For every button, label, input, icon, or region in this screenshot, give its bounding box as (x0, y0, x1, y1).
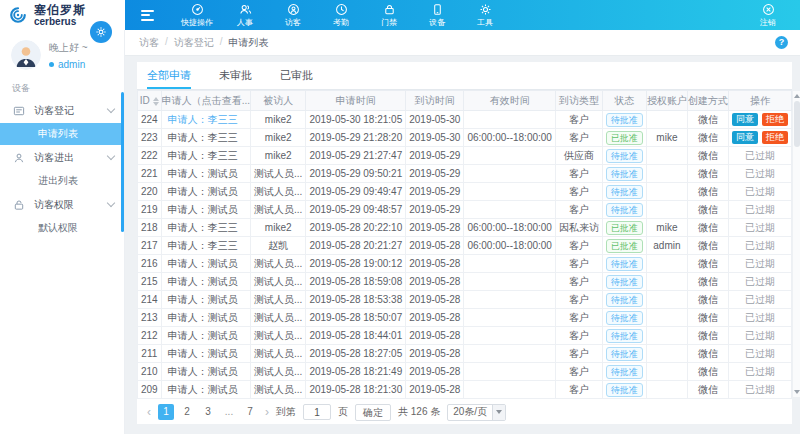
nav-item-hr[interactable]: 人事 (221, 0, 269, 30)
cell-applicant[interactable]: 申请人：测试员 (161, 345, 250, 363)
sidebar-item-visitor-permission[interactable]: 访客权限 (0, 194, 124, 215)
cell-apply-time: 2019-05-29 21:27:47 (306, 147, 406, 165)
menu-collapse-icon[interactable] (141, 10, 154, 21)
cell-valid-time (464, 165, 556, 183)
cell-applicant[interactable]: 申请人：测试员 (161, 291, 250, 309)
cell-applicant[interactable]: 申请人：测试员 (161, 363, 250, 381)
cell-applicant[interactable]: 申请人：测试员 (161, 201, 250, 219)
cell-applicant[interactable]: 申请人：李三三 (161, 111, 250, 129)
cell-visitee: mike2 (251, 129, 306, 147)
cell-visitee: mike2 (251, 147, 306, 165)
cell-auth-account (646, 165, 687, 183)
cell-applicant[interactable]: 申请人：李三三 (161, 147, 250, 165)
cell-applicant[interactable]: 申请人：测试员 (161, 309, 250, 327)
column-header-label: 到访时间 (415, 95, 455, 106)
cell-apply-time: 2019-05-30 18:21:05 (306, 111, 406, 129)
cell-status: 待批准 (602, 345, 646, 363)
table-scrollbar[interactable] (792, 90, 800, 398)
sidebar-item-visitor-register[interactable]: 访客登记 (0, 100, 124, 121)
chevron-down-icon (107, 105, 115, 113)
cell-applicant[interactable]: 申请人：李三三 (161, 219, 250, 237)
cell-auth-account: mike (646, 129, 687, 147)
sort-icon[interactable] (153, 97, 159, 106)
sidebar-subitem-default-permission[interactable]: 默认权限 (0, 217, 124, 239)
scroll-down-icon[interactable] (794, 390, 800, 394)
nav-item-tools[interactable]: 工具 (461, 0, 509, 30)
cell-status: 待批准 (602, 291, 646, 309)
page-button-3[interactable]: 3 (200, 404, 216, 420)
scrollbar-thumb[interactable] (794, 101, 800, 147)
cell-applicant[interactable]: 申请人：测试员 (161, 165, 250, 183)
cell-applicant[interactable]: 申请人：李三三 (161, 237, 250, 255)
cell-applicant[interactable]: 申请人：测试员 (161, 183, 250, 201)
help-icon[interactable]: ? (775, 36, 788, 49)
cell-applicant[interactable]: 申请人：李三三 (161, 129, 250, 147)
cell-action: 已过期 (728, 237, 791, 255)
confirm-button[interactable]: 确定 (355, 404, 391, 421)
page-button-1[interactable]: 1 (158, 404, 174, 420)
cell-id: 212 (138, 327, 162, 345)
column-header-0[interactable]: ID (138, 91, 162, 111)
expired-label: 已过期 (745, 384, 775, 395)
page-button-2[interactable]: 2 (179, 404, 195, 420)
cell-id: 216 (138, 255, 162, 273)
page-size-select[interactable]: 20条/页 (447, 404, 506, 421)
cell-applicant[interactable]: 申请人：测试员 (161, 381, 250, 399)
cell-applicant[interactable]: 申请人：测试员 (161, 255, 250, 273)
tab-unapproved[interactable]: 未审批 (219, 62, 252, 89)
cell-action: 已过期 (728, 201, 791, 219)
cell-id: 218 (138, 219, 162, 237)
settings-fab-button[interactable] (90, 21, 112, 43)
nav-item-attendance[interactable]: 考勤 (317, 0, 365, 30)
cell-apply-time: 2019-05-28 18:59:08 (306, 273, 406, 291)
sidebar-subitem-apply-list[interactable]: 申请列表 (0, 123, 124, 145)
sidebar-subitem-inout-list[interactable]: 进出列表 (0, 170, 124, 192)
prev-page-button[interactable]: ‹ (147, 405, 151, 419)
cell-create-method: 微信 (687, 327, 728, 345)
sidebar-item-visitor-inout[interactable]: 访客进出 (0, 147, 124, 168)
next-page-button[interactable]: › (265, 405, 269, 419)
jump-prefix-label: 到第 (276, 405, 296, 419)
reject-button[interactable]: 拒绝 (762, 113, 788, 126)
jump-page-input[interactable] (303, 404, 331, 420)
breadcrumb-item[interactable]: 访客登记 (174, 36, 214, 50)
reject-button[interactable]: 拒绝 (762, 131, 788, 144)
cell-visit-time: 2019-05-28 (406, 345, 464, 363)
cell-applicant[interactable]: 申请人：测试员 (161, 273, 250, 291)
table-row: 222申请人：李三三mike22019-05-29 21:27:472019-0… (138, 147, 792, 165)
cell-auth-account (646, 201, 687, 219)
cell-create-method: 微信 (687, 165, 728, 183)
expired-label: 已过期 (745, 150, 775, 161)
cell-visit-time: 2019-05-28 (406, 237, 464, 255)
agree-button[interactable]: 同意 (732, 131, 758, 144)
nav-item-quick-actions[interactable]: 快捷操作 (173, 0, 221, 30)
page-button-7[interactable]: 7 (242, 404, 258, 420)
cell-visit-type: 客户 (555, 165, 602, 183)
table-row: 213申请人：测试员测试人员...2019-05-28 18:50:072019… (138, 309, 792, 327)
cell-applicant[interactable]: 申请人：测试员 (161, 327, 250, 345)
breadcrumb-item[interactable]: 访客 (139, 36, 159, 50)
cell-auth-account (646, 183, 687, 201)
nav-item-visitor[interactable]: 访客 (269, 0, 317, 30)
column-header-2: 被访人 (251, 91, 306, 111)
sidebar-menu: 访客登记申请列表访客进出进出列表访客权限默认权限 (0, 100, 124, 239)
column-header-7: 状态 (602, 91, 646, 111)
nav-item-access-control[interactable]: 门禁 (365, 0, 413, 30)
nav-item-label: 人事 (237, 17, 253, 28)
cell-id: 214 (138, 291, 162, 309)
sidebar: 晚上好 ~ admin 设备 访客登记申请列表访客进出进出列表访客权限默认权限 (0, 30, 125, 434)
table-row: 214申请人：测试员测试人员...2019-05-28 18:53:382019… (138, 291, 792, 309)
tab-all-applications[interactable]: 全部申请 (147, 62, 191, 89)
status-badge: 待批准 (606, 275, 643, 289)
scroll-up-icon[interactable] (794, 94, 800, 98)
chevron-down-icon (107, 152, 115, 160)
logout-button[interactable]: 注销 (744, 0, 792, 30)
sidebar-scrollbar[interactable] (121, 92, 124, 232)
cell-visit-type: 客户 (555, 345, 602, 363)
tab-approved[interactable]: 已审批 (280, 62, 313, 89)
username[interactable]: admin (58, 59, 85, 70)
nav-item-device[interactable]: 设备 (413, 0, 461, 30)
cell-valid-time: 06:00:00--18:00:00 (464, 237, 556, 255)
agree-button[interactable]: 同意 (732, 113, 758, 126)
column-header-label: 创建方式 (688, 95, 728, 106)
